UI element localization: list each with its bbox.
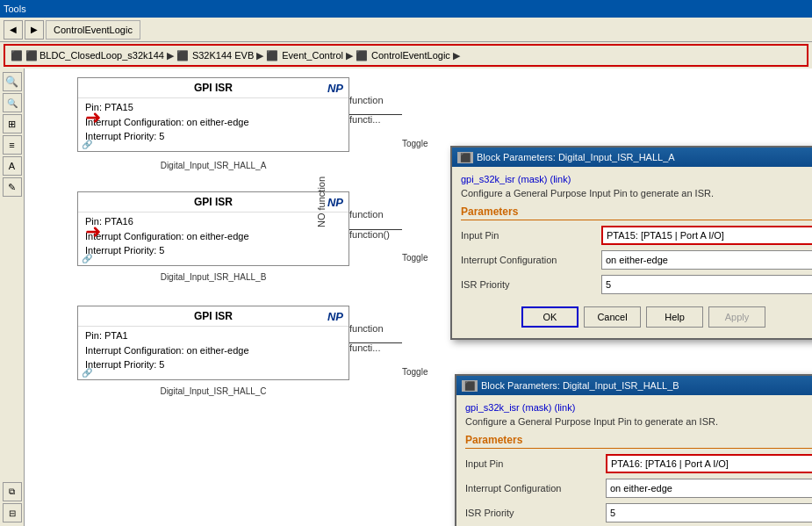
dialog-b-input-pin-row: Input Pin PTA16: [PTA16 | Port A I/O] ▼ [465,454,812,473]
dialog-a-cancel-button[interactable]: Cancel [584,306,641,328]
tool-btn-bottom-2[interactable]: ⊟ [3,503,22,522]
dialog-a-interrupt-select[interactable]: on either-edge ▼ [601,250,812,270]
dialog-b-subtitle: gpi_s32k_isr (mask) (link) [465,402,812,413]
dialog-b-interrupt-label: Interrupt Configuration [465,483,606,494]
dialog-b-isr-row: ISR Priority 5 ▼ [465,503,812,522]
np-logo-c: NP [327,310,343,323]
dialog-a-interrupt-value: on either-edge [606,255,668,265]
toggle-label-b: Toggle [402,253,428,263]
function-label-c: function [349,323,384,334]
link-icon-b: 🔗 [82,254,92,263]
dialog-a-isr-select[interactable]: 5 ▼ [601,275,812,294]
function2-label-b: function() [349,229,390,240]
tool-btn-bottom-1[interactable]: ⧉ [3,482,22,501]
dialog-a-input-pin-select[interactable]: PTA15: [PTA15 | Port A I/O] ▼ [601,226,812,245]
breadcrumb-item-0[interactable]: ⬛ BLDC_ClosedLoop_s32k144 [25,50,164,61]
dialog-a-section: Parameters [461,205,812,220]
block-hall-b-body: Pin: PTA16 Interrupt Configuration: on e… [78,213,349,260]
block-hall-a-priority: Interrupt Priority: 5 [85,129,322,144]
breadcrumb-label-1: S32K144 EVB [192,50,254,61]
dialog-b-content: gpi_s32k_isr (mask) (link) Configure a G… [456,395,812,526]
tab-label: ControlEventLogic [54,25,133,35]
arrow-b: ➜ [85,220,101,243]
block-hall-c-config: Interrupt Configuration: on either-edge [85,343,322,358]
block-hall-a-config: Interrupt Configuration: on either-edge [85,115,322,130]
tool-btn-4[interactable]: ✎ [3,177,22,197]
left-toolbar: 🔍 🔍 ⊞ ≡ A ✎ ⧉ ⊟ [0,68,25,526]
dialog-b-isr-select[interactable]: 5 ▼ [606,503,812,522]
dialog-a-interrupt-row: Interrupt Configuration on either-edge ▼ [461,250,812,270]
dialog-b-input-pin-value: PTA16: [PTA16 | Port A I/O] [611,458,729,469]
dialog-b-interrupt-select[interactable]: on either-edge ▼ [606,479,812,498]
dialog-a-input-pin-value: PTA15: [PTA15 | Port A I/O] [607,230,724,241]
dialog-a-interrupt-label: Interrupt Configuration [461,255,601,265]
block-hall-a[interactable]: GPI ISR Pin: PTA15 Interrupt Configurati… [77,77,349,152]
toolbar: ◀ ▶ ControlEventLogic [0,18,812,42]
dialog-a-isr-label: ISR Priority [461,279,601,290]
dialog-a-isr-row: ISR Priority 5 ▼ [461,275,812,294]
zoom-out-button[interactable]: 🔍 [3,93,22,112]
tool-btn-2[interactable]: ≡ [3,135,22,155]
dialog-b-input-pin-label: Input Pin [465,458,606,469]
dialog-a-input-pin-label: Input Pin [461,230,601,241]
dialog-a-icon: ⬛ [457,152,473,163]
block-hall-a-pin: Pin: PTA15 [85,100,322,115]
diagram-area[interactable]: GPI ISR Pin: PTA15 Interrupt Configurati… [25,68,812,526]
dialog-b-isr-value: 5 [610,508,615,518]
dialog-a-isr-value: 5 [606,279,611,290]
no-function-label: NO function [316,158,327,246]
block-hall-a-label: Digital_Input_ISR_HALL_A [77,161,349,170]
dialog-a-title: Block Parameters: Digital_Input_ISR_HALL… [477,152,675,162]
block-hall-c-priority: Interrupt Priority: 5 [85,357,322,372]
block-hall-b-priority: Interrupt Priority: 5 [85,243,322,258]
breadcrumb-sep-2: ▶ [346,50,353,61]
block-hall-b-label: Digital_Input_ISR_HALL_B [77,272,349,282]
block-hall-b-title: GPI ISR [78,192,349,213]
connector-c [349,342,402,343]
dialog-a-ok-button[interactable]: OK [521,306,578,328]
breadcrumb-item-3[interactable]: ⬛ ControlEventLogic [356,50,450,61]
back-button[interactable]: ◀ [4,20,23,40]
content-area: 🔍 🔍 ⊞ ≡ A ✎ ⧉ ⊟ GPI ISR Pin: PTA15 Inter… [0,68,812,526]
dialog-b-titlebar: ⬛ Block Parameters: Digital_Input_ISR_HA… [456,376,812,395]
breadcrumb-icon-2: ⬛ [266,50,278,61]
dialog-a-desc: Configure a General Purpose Input Pin to… [461,188,812,198]
forward-button[interactable]: ▶ [25,20,44,40]
arrow-a: ➜ [85,106,101,129]
connector-b [349,229,402,230]
function2-label-c: functi... [349,342,380,353]
tool-btn-1[interactable]: ⊞ [3,114,22,133]
zoom-in-button[interactable]: 🔍 [3,72,22,91]
block-hall-c[interactable]: GPI ISR Pin: PTA1 Interrupt Configuratio… [77,306,349,380]
tab-control-event-logic[interactable]: ControlEventLogic [46,20,140,40]
link-icon-c: 🔗 [82,368,92,378]
tool-btn-3[interactable]: A [3,156,22,176]
dialog-b-isr-label: ISR Priority [465,508,606,518]
breadcrumb: ⬛ ⬛ BLDC_ClosedLoop_s32k144 ▶ ⬛ S32K144 … [4,44,808,67]
breadcrumb-icon-0: ⬛ [25,50,38,61]
breadcrumb-item-1[interactable]: ⬛ S32K144 EVB [176,50,254,61]
dialog-b-input-pin-select[interactable]: PTA16: [PTA16 | Port A I/O] ▼ [606,454,812,473]
breadcrumb-sep-3: ▶ [453,50,460,61]
breadcrumb-label-2: Event_Control [282,50,343,61]
title-bar: Tools [0,0,812,18]
block-hall-c-body: Pin: PTA1 Interrupt Configuration: on ei… [78,327,349,374]
block-hall-a-body: Pin: PTA15 Interrupt Configuration: on e… [78,98,349,146]
breadcrumb-icon-1: ⬛ [176,50,189,61]
breadcrumb-item-2[interactable]: ⬛ Event_Control [266,50,343,61]
dialog-b-icon: ⬛ [462,380,478,392]
function-label-a: function [349,95,384,105]
dialog-a-help-button[interactable]: Help [646,306,703,328]
block-hall-b-config: Interrupt Configuration: on either-edge [85,229,322,244]
dialog-a-buttons: OK Cancel Help Apply [461,299,812,331]
dialog-b-section: Parameters [465,434,812,449]
dialog-b-interrupt-row: Interrupt Configuration on either-edge ▼ [465,479,812,498]
dialog-b-desc: Configure a General Purpose Input Pin to… [465,416,812,427]
dialog-hall-a: ⬛ Block Parameters: Digital_Input_ISR_HA… [450,146,812,340]
block-hall-b[interactable]: GPI ISR Pin: PTA16 Interrupt Configurati… [77,191,349,266]
block-hall-a-title: GPI ISR [78,78,349,98]
dialog-b-title: Block Parameters: Digital_Input_ISR_HALL… [481,380,679,391]
breadcrumb-label-3: ControlEventLogic [371,50,450,61]
breadcrumb-icon-3: ⬛ [356,50,368,61]
dialog-a-apply-button[interactable]: Apply [708,306,765,328]
